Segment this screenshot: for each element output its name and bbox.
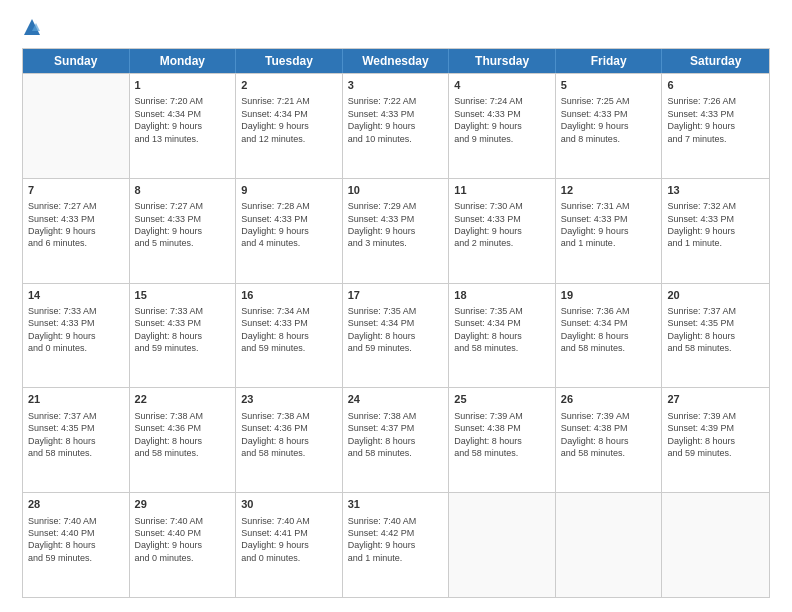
page: SundayMondayTuesdayWednesdayThursdayFrid… (0, 0, 792, 612)
calendar-body: 1Sunrise: 7:20 AMSunset: 4:34 PMDaylight… (23, 73, 769, 597)
day-number: 9 (241, 183, 337, 198)
weekday-header-tuesday: Tuesday (236, 49, 343, 73)
day-cell-22: 22Sunrise: 7:38 AMSunset: 4:36 PMDayligh… (130, 388, 237, 492)
day-info: Sunrise: 7:20 AMSunset: 4:34 PMDaylight:… (135, 95, 231, 145)
day-info: Sunrise: 7:37 AMSunset: 4:35 PMDaylight:… (28, 410, 124, 460)
weekday-header-friday: Friday (556, 49, 663, 73)
day-info: Sunrise: 7:35 AMSunset: 4:34 PMDaylight:… (454, 305, 550, 355)
day-number: 16 (241, 288, 337, 303)
day-info: Sunrise: 7:31 AMSunset: 4:33 PMDaylight:… (561, 200, 657, 250)
day-cell-3: 3Sunrise: 7:22 AMSunset: 4:33 PMDaylight… (343, 74, 450, 178)
day-number: 23 (241, 392, 337, 407)
day-cell-19: 19Sunrise: 7:36 AMSunset: 4:34 PMDayligh… (556, 284, 663, 388)
logo-icon (23, 18, 41, 36)
day-number: 6 (667, 78, 764, 93)
header (22, 18, 770, 38)
day-cell-24: 24Sunrise: 7:38 AMSunset: 4:37 PMDayligh… (343, 388, 450, 492)
day-cell-1: 1Sunrise: 7:20 AMSunset: 4:34 PMDaylight… (130, 74, 237, 178)
day-number: 2 (241, 78, 337, 93)
day-info: Sunrise: 7:30 AMSunset: 4:33 PMDaylight:… (454, 200, 550, 250)
day-number: 26 (561, 392, 657, 407)
day-number: 29 (135, 497, 231, 512)
day-info: Sunrise: 7:37 AMSunset: 4:35 PMDaylight:… (667, 305, 764, 355)
calendar: SundayMondayTuesdayWednesdayThursdayFrid… (22, 48, 770, 598)
day-info: Sunrise: 7:36 AMSunset: 4:34 PMDaylight:… (561, 305, 657, 355)
day-cell-6: 6Sunrise: 7:26 AMSunset: 4:33 PMDaylight… (662, 74, 769, 178)
day-number: 13 (667, 183, 764, 198)
day-info: Sunrise: 7:27 AMSunset: 4:33 PMDaylight:… (135, 200, 231, 250)
day-info: Sunrise: 7:40 AMSunset: 4:40 PMDaylight:… (28, 515, 124, 565)
day-number: 12 (561, 183, 657, 198)
day-number: 27 (667, 392, 764, 407)
day-cell-29: 29Sunrise: 7:40 AMSunset: 4:40 PMDayligh… (130, 493, 237, 597)
day-info: Sunrise: 7:21 AMSunset: 4:34 PMDaylight:… (241, 95, 337, 145)
day-number: 4 (454, 78, 550, 93)
day-cell-30: 30Sunrise: 7:40 AMSunset: 4:41 PMDayligh… (236, 493, 343, 597)
day-cell-31: 31Sunrise: 7:40 AMSunset: 4:42 PMDayligh… (343, 493, 450, 597)
day-cell-15: 15Sunrise: 7:33 AMSunset: 4:33 PMDayligh… (130, 284, 237, 388)
day-info: Sunrise: 7:39 AMSunset: 4:38 PMDaylight:… (561, 410, 657, 460)
calendar-row-1: 7Sunrise: 7:27 AMSunset: 4:33 PMDaylight… (23, 178, 769, 283)
day-cell-11: 11Sunrise: 7:30 AMSunset: 4:33 PMDayligh… (449, 179, 556, 283)
day-info: Sunrise: 7:22 AMSunset: 4:33 PMDaylight:… (348, 95, 444, 145)
calendar-row-2: 14Sunrise: 7:33 AMSunset: 4:33 PMDayligh… (23, 283, 769, 388)
day-number: 22 (135, 392, 231, 407)
day-info: Sunrise: 7:32 AMSunset: 4:33 PMDaylight:… (667, 200, 764, 250)
day-number: 7 (28, 183, 124, 198)
day-info: Sunrise: 7:33 AMSunset: 4:33 PMDaylight:… (28, 305, 124, 355)
day-info: Sunrise: 7:25 AMSunset: 4:33 PMDaylight:… (561, 95, 657, 145)
day-number: 21 (28, 392, 124, 407)
calendar-header-row: SundayMondayTuesdayWednesdayThursdayFrid… (23, 49, 769, 73)
day-cell-23: 23Sunrise: 7:38 AMSunset: 4:36 PMDayligh… (236, 388, 343, 492)
day-info: Sunrise: 7:40 AMSunset: 4:42 PMDaylight:… (348, 515, 444, 565)
day-info: Sunrise: 7:38 AMSunset: 4:37 PMDaylight:… (348, 410, 444, 460)
day-info: Sunrise: 7:34 AMSunset: 4:33 PMDaylight:… (241, 305, 337, 355)
day-info: Sunrise: 7:38 AMSunset: 4:36 PMDaylight:… (241, 410, 337, 460)
day-info: Sunrise: 7:24 AMSunset: 4:33 PMDaylight:… (454, 95, 550, 145)
day-cell-8: 8Sunrise: 7:27 AMSunset: 4:33 PMDaylight… (130, 179, 237, 283)
logo (22, 18, 41, 38)
day-cell-26: 26Sunrise: 7:39 AMSunset: 4:38 PMDayligh… (556, 388, 663, 492)
day-number: 1 (135, 78, 231, 93)
day-cell-5: 5Sunrise: 7:25 AMSunset: 4:33 PMDaylight… (556, 74, 663, 178)
day-number: 10 (348, 183, 444, 198)
day-info: Sunrise: 7:40 AMSunset: 4:40 PMDaylight:… (135, 515, 231, 565)
empty-cell-4-6 (662, 493, 769, 597)
day-info: Sunrise: 7:28 AMSunset: 4:33 PMDaylight:… (241, 200, 337, 250)
day-number: 14 (28, 288, 124, 303)
day-info: Sunrise: 7:39 AMSunset: 4:39 PMDaylight:… (667, 410, 764, 460)
day-cell-4: 4Sunrise: 7:24 AMSunset: 4:33 PMDaylight… (449, 74, 556, 178)
day-number: 11 (454, 183, 550, 198)
day-number: 3 (348, 78, 444, 93)
day-number: 20 (667, 288, 764, 303)
empty-cell-4-4 (449, 493, 556, 597)
day-info: Sunrise: 7:27 AMSunset: 4:33 PMDaylight:… (28, 200, 124, 250)
day-info: Sunrise: 7:40 AMSunset: 4:41 PMDaylight:… (241, 515, 337, 565)
day-cell-12: 12Sunrise: 7:31 AMSunset: 4:33 PMDayligh… (556, 179, 663, 283)
day-cell-25: 25Sunrise: 7:39 AMSunset: 4:38 PMDayligh… (449, 388, 556, 492)
day-info: Sunrise: 7:26 AMSunset: 4:33 PMDaylight:… (667, 95, 764, 145)
empty-cell-4-5 (556, 493, 663, 597)
day-cell-21: 21Sunrise: 7:37 AMSunset: 4:35 PMDayligh… (23, 388, 130, 492)
day-cell-20: 20Sunrise: 7:37 AMSunset: 4:35 PMDayligh… (662, 284, 769, 388)
day-cell-9: 9Sunrise: 7:28 AMSunset: 4:33 PMDaylight… (236, 179, 343, 283)
empty-cell-0-0 (23, 74, 130, 178)
day-cell-17: 17Sunrise: 7:35 AMSunset: 4:34 PMDayligh… (343, 284, 450, 388)
day-cell-13: 13Sunrise: 7:32 AMSunset: 4:33 PMDayligh… (662, 179, 769, 283)
weekday-header-sunday: Sunday (23, 49, 130, 73)
day-number: 18 (454, 288, 550, 303)
calendar-row-4: 28Sunrise: 7:40 AMSunset: 4:40 PMDayligh… (23, 492, 769, 597)
day-number: 8 (135, 183, 231, 198)
day-number: 17 (348, 288, 444, 303)
day-number: 5 (561, 78, 657, 93)
day-number: 30 (241, 497, 337, 512)
weekday-header-saturday: Saturday (662, 49, 769, 73)
day-info: Sunrise: 7:39 AMSunset: 4:38 PMDaylight:… (454, 410, 550, 460)
day-cell-18: 18Sunrise: 7:35 AMSunset: 4:34 PMDayligh… (449, 284, 556, 388)
day-number: 15 (135, 288, 231, 303)
day-cell-10: 10Sunrise: 7:29 AMSunset: 4:33 PMDayligh… (343, 179, 450, 283)
weekday-header-wednesday: Wednesday (343, 49, 450, 73)
day-info: Sunrise: 7:35 AMSunset: 4:34 PMDaylight:… (348, 305, 444, 355)
day-number: 19 (561, 288, 657, 303)
day-number: 31 (348, 497, 444, 512)
